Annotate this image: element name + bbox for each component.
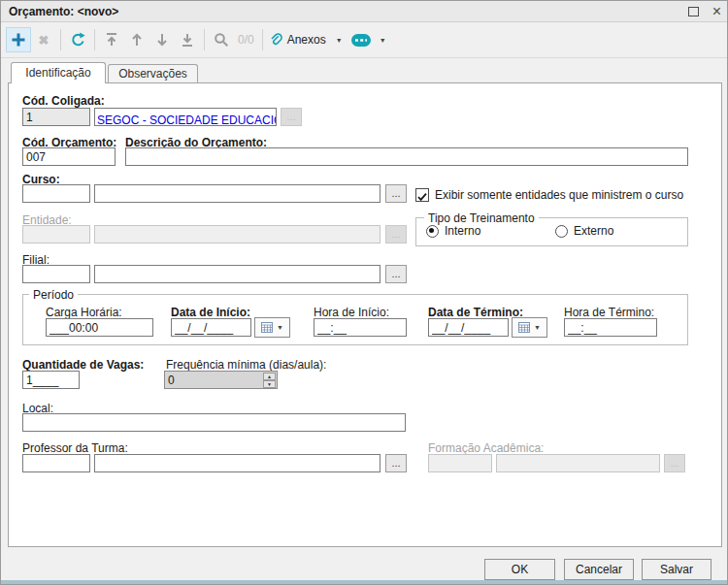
anexos-label[interactable]: Anexos	[287, 33, 326, 47]
anexos-button[interactable]	[267, 27, 284, 52]
spin-down-icon[interactable]: ▼	[263, 380, 276, 388]
ok-button[interactable]: OK	[484, 559, 555, 580]
plus-icon	[11, 32, 26, 48]
frequencia-label: Frequência mínima (dias/aula):	[166, 358, 326, 372]
professor-label: Professor da Turma:	[22, 441, 128, 455]
toolbar-separator	[262, 29, 263, 50]
hora-termino-label: Hora de Término:	[564, 306, 654, 319]
toolbar-separator	[60, 29, 61, 50]
card-icon	[350, 33, 372, 48]
arrow-down-icon	[154, 32, 170, 48]
data-termino-label: Data de Término:	[428, 306, 523, 319]
cod-coligada-label: Cód. Coligada:	[22, 94, 105, 108]
radio-interno[interactable]	[426, 225, 439, 238]
window-title: Orçamento: <novo>	[9, 5, 118, 18]
hora-inicio-label: Hora de Início:	[314, 306, 389, 319]
anexos-chevron-down-icon[interactable]: ▼	[336, 37, 343, 44]
curso-browse-button[interactable]: ...	[385, 184, 407, 203]
coligada-link-box: SEGOC - SOCIEDADE EDUCACION	[94, 108, 277, 126]
entidade-name-field	[94, 225, 381, 244]
descricao-field[interactable]	[125, 147, 688, 166]
entidade-code-field	[22, 225, 90, 244]
toolbar-separator	[94, 29, 95, 50]
coligada-link[interactable]: SEGOC - SOCIEDADE EDUCACION	[97, 114, 277, 126]
record-counter: 0/0	[238, 33, 254, 47]
arrow-down-bar-icon	[180, 32, 195, 48]
toolbar-separator	[204, 29, 205, 50]
chevron-down-icon: ▼	[534, 324, 541, 331]
formacao-name-field	[496, 454, 660, 472]
tipo-treinamento-label: Tipo de Treinamento	[424, 211, 539, 225]
filial-browse-button[interactable]: ...	[385, 265, 407, 283]
tab-observacoes[interactable]: Observações	[108, 64, 198, 83]
delete-button[interactable]: ✖	[31, 27, 56, 52]
orcamento-dialog: Orçamento: <novo> × ✖	[0, 0, 728, 585]
formacao-code-field	[428, 454, 492, 472]
title-bar: Orçamento: <novo> ×	[1, 1, 727, 22]
curso-name-field[interactable]	[94, 184, 381, 203]
carga-horaria-field[interactable]	[46, 318, 153, 337]
radio-dot	[429, 228, 434, 233]
search-button[interactable]	[209, 27, 234, 52]
filial-name-field[interactable]	[94, 265, 381, 283]
data-inicio-calendar-button[interactable]: ▼	[254, 317, 290, 338]
entidade-browse-button: ...	[385, 225, 407, 244]
frequencia-spinner[interactable]: 0 ▲ ▼	[164, 371, 278, 389]
periodo-label: Período	[29, 288, 78, 302]
card-chevron-down-icon[interactable]: ▼	[380, 37, 386, 44]
curso-code-field[interactable]	[22, 184, 90, 203]
refresh-button[interactable]	[65, 27, 90, 52]
spin-up-icon[interactable]: ▲	[263, 373, 276, 380]
hora-termino-field[interactable]	[564, 318, 657, 337]
coligada-browse-button: ...	[281, 108, 302, 126]
exibir-checkbox-label[interactable]: Exibir somente entidades que ministrem o…	[435, 188, 683, 202]
professor-name-field[interactable]	[94, 454, 381, 472]
data-inicio-field[interactable]	[171, 318, 251, 337]
calendar-icon	[261, 321, 274, 334]
vagas-label: Quantidade de Vagas:	[22, 358, 144, 372]
calendar-icon	[518, 321, 531, 334]
professor-browse-button[interactable]: ...	[385, 454, 407, 472]
cod-orcamento-field[interactable]	[22, 147, 116, 166]
window-controls: ×	[688, 1, 721, 22]
data-termino-field[interactable]	[428, 318, 509, 337]
move-first-button[interactable]	[99, 27, 124, 52]
move-up-button[interactable]	[124, 27, 149, 52]
data-inicio-label: Data de Início:	[171, 306, 250, 319]
filial-code-field[interactable]	[22, 265, 90, 283]
close-icon[interactable]: ×	[712, 7, 721, 16]
radio-interno-label[interactable]: Interno	[445, 224, 480, 238]
hora-inicio-field[interactable]	[314, 318, 407, 337]
carga-horaria-label: Carga Horária:	[46, 306, 122, 319]
radio-externo-label[interactable]: Externo	[574, 224, 613, 238]
toolbar: ✖ 0/0 Anexos ▼	[1, 22, 727, 58]
window-bottom-edge	[1, 580, 727, 584]
search-icon	[214, 32, 229, 48]
cancelar-button[interactable]: Cancelar	[564, 559, 634, 580]
formacao-label: Formação Acadêmica:	[428, 441, 544, 455]
data-termino-calendar-button[interactable]: ▼	[512, 317, 547, 338]
arrow-up-icon	[129, 32, 145, 48]
cod-coligada-field	[22, 108, 90, 126]
paperclip-icon	[268, 32, 283, 48]
delete-x-icon: ✖	[39, 33, 50, 48]
maximize-icon[interactable]	[688, 7, 699, 16]
exibir-checkbox[interactable]	[415, 188, 429, 202]
vagas-field[interactable]	[22, 371, 80, 389]
chevron-down-icon: ▼	[277, 324, 283, 331]
salvar-button[interactable]: Salvar	[642, 559, 711, 580]
card-button[interactable]	[348, 27, 374, 52]
spinner-buttons: ▲ ▼	[263, 373, 276, 387]
arrow-up-bar-icon	[104, 32, 119, 48]
local-field[interactable]	[22, 413, 406, 432]
refresh-icon	[70, 32, 85, 48]
radio-externo[interactable]	[555, 225, 568, 238]
check-icon	[416, 191, 428, 203]
formacao-browse-button: ...	[664, 454, 685, 472]
move-down-button[interactable]	[149, 27, 175, 52]
move-last-button[interactable]	[175, 27, 200, 52]
add-button[interactable]	[6, 27, 31, 52]
professor-code-field[interactable]	[22, 454, 90, 472]
frequencia-value: 0	[168, 374, 175, 387]
tab-identificacao[interactable]: Identificação	[11, 62, 106, 83]
